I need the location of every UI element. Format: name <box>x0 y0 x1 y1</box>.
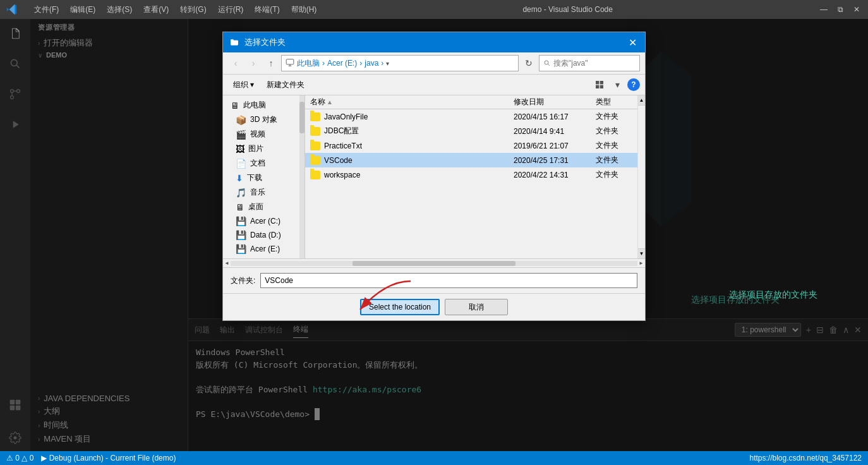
file-date-1: 2020/4/15 16:17 <box>514 112 596 121</box>
organize-button[interactable]: 组织 ▾ <box>228 78 259 92</box>
file-row-5[interactable]: workspace 2020/4/22 14:31 文件夹 <box>305 167 645 182</box>
nav-documents[interactable]: 📄 文档 <box>223 156 304 171</box>
nav-picture[interactable]: 🖼 图片 <box>223 142 304 156</box>
menu-run[interactable]: 运行(R) <box>218 4 244 15</box>
nav-data-d[interactable]: 💾 Data (D:) <box>223 228 304 242</box>
file-label-1: JavaOnlyFile <box>324 112 368 121</box>
menu-bar[interactable]: 文件(F) 编辑(E) 选择(S) 查看(V) 转到(G) 运行(R) 终端(T… <box>6 4 316 15</box>
search-icon <box>543 59 551 67</box>
nav-documents-label: 文档 <box>250 158 265 169</box>
nav-scrollbar[interactable] <box>299 95 304 258</box>
nav-3d[interactable]: 📦 3D 对象 <box>223 112 304 127</box>
up-button[interactable]: ↑ <box>263 56 279 71</box>
menu-terminal[interactable]: 终端(T) <box>255 4 279 15</box>
menu-file[interactable]: 文件(F) <box>34 4 59 15</box>
error-warning-count[interactable]: ⚠ 0 △ 0 <box>6 454 33 462</box>
breadcrumb-dropdown-button[interactable]: ▾ <box>386 60 389 67</box>
dialog-hscroll: ◄ ► <box>223 259 645 268</box>
col-type[interactable]: 类型 <box>596 97 640 107</box>
menu-goto[interactable]: 转到(G) <box>180 4 206 15</box>
search-input[interactable] <box>553 59 636 68</box>
breadcrumb-part-0[interactable]: 此电脑 <box>297 58 320 69</box>
3d-nav-icon: 📦 <box>236 115 246 125</box>
nav-downloads[interactable]: ⬇ 下载 <box>223 171 304 185</box>
file-row-2[interactable]: JDBC配置 2020/4/14 9:41 文件夹 <box>305 124 645 138</box>
file-date-5: 2020/4/22 14:31 <box>514 171 596 179</box>
folder-icon-1 <box>310 112 320 121</box>
file-type-5: 文件夹 <box>596 169 640 180</box>
search-box <box>539 55 640 71</box>
file-row-1[interactable]: JavaOnlyFile 2020/4/15 16:17 文件夹 <box>305 109 645 124</box>
dialog-navbar: ‹ › ↑ 此电脑 › Acer (E:) › java › ▾ ↻ <box>223 52 645 75</box>
file-row-4[interactable]: VSCode 2020/4/25 17:31 文件夹 <box>305 153 645 167</box>
breadcrumb-bar[interactable]: 此电脑 › Acer (E:) › java › ▾ <box>281 55 519 71</box>
file-type-2: 文件夹 <box>596 126 640 136</box>
dialog-titlebar: 选择文件夹 ✕ <box>223 32 645 52</box>
file-name-4: VSCode <box>310 156 514 165</box>
cancel-button[interactable]: 取消 <box>445 299 508 315</box>
forward-button[interactable]: › <box>246 56 261 71</box>
blog-link[interactable]: https://blog.csdn.net/qq_3457122 <box>750 454 862 462</box>
drive-d-icon: 💾 <box>236 230 246 240</box>
computer-icon <box>286 58 294 69</box>
file-scrollbar[interactable]: ▲ ▼ <box>637 95 645 258</box>
status-bar-left: ⚠ 0 △ 0 ▶ Debug (Launch) - Current File … <box>6 454 176 462</box>
file-date-4: 2020/4/25 17:31 <box>514 156 596 165</box>
window-controls[interactable]: — ⧉ ✕ <box>819 4 862 15</box>
nav-acer-c[interactable]: 💾 Acer (C:) <box>223 214 304 228</box>
svg-rect-9 <box>286 59 294 64</box>
drive-c-icon: 💾 <box>236 216 246 226</box>
nav-video[interactable]: 🎬 视频 <box>223 127 304 142</box>
menu-view[interactable]: 查看(V) <box>143 4 169 15</box>
minimize-button[interactable]: — <box>819 4 829 15</box>
hscroll-left-btn[interactable]: ◄ <box>224 260 229 266</box>
col-date[interactable]: 修改日期 <box>514 97 596 107</box>
title-bar: 文件(F) 编辑(E) 选择(S) 查看(V) 转到(G) 运行(R) 终端(T… <box>0 0 868 19</box>
video-nav-icon: 🎬 <box>236 130 246 140</box>
maximize-button[interactable]: ⧉ <box>835 4 845 15</box>
nav-data-d-label: Data (D:) <box>250 231 281 239</box>
svg-rect-15 <box>600 85 603 88</box>
list-view-dropdown[interactable]: ▾ <box>610 77 625 92</box>
nav-computer-label: 此电脑 <box>243 100 266 111</box>
hscroll-right-btn[interactable]: ► <box>639 260 644 266</box>
file-list-header: 名称 ▲ 修改日期 类型 <box>305 95 645 109</box>
nav-acer-e[interactable]: 💾 Acer (E:) <box>223 242 304 256</box>
nav-computer[interactable]: 🖥 此电脑 <box>223 98 304 112</box>
drive-e-icon: 💾 <box>236 244 246 254</box>
scroll-up-btn[interactable]: ▲ <box>638 95 645 106</box>
file-name-3: PracticeTxt <box>310 142 514 150</box>
scroll-down-btn[interactable]: ▼ <box>638 248 645 258</box>
status-bar: ⚠ 0 △ 0 ▶ Debug (Launch) - Current File … <box>0 451 868 465</box>
select-location-button[interactable]: Select the location <box>360 299 440 315</box>
hscroll-track <box>231 261 637 266</box>
status-bar-right: https://blog.csdn.net/qq_3457122 <box>750 454 862 462</box>
file-date-2: 2020/4/14 9:41 <box>514 127 596 136</box>
file-date-3: 2019/6/21 21:07 <box>514 142 596 150</box>
file-label-5: workspace <box>324 171 360 179</box>
file-row-3[interactable]: PracticeTxt 2019/6/21 21:07 文件夹 <box>305 138 645 153</box>
computer-nav-icon: 🖥 <box>231 100 239 111</box>
downloads-nav-icon: ⬇ <box>236 173 243 183</box>
folder-title-icon <box>229 37 239 47</box>
breadcrumb-part-2[interactable]: java <box>365 59 378 68</box>
refresh-button[interactable]: ↻ <box>521 56 536 71</box>
col-name[interactable]: 名称 ▲ <box>310 97 514 107</box>
filename-input[interactable] <box>260 273 637 288</box>
nav-desktop[interactable]: 🖥 桌面 <box>223 200 304 214</box>
new-folder-button[interactable]: 新建文件夹 <box>262 78 310 92</box>
close-button[interactable]: ✕ <box>852 4 862 15</box>
dialog-close-button[interactable]: ✕ <box>626 36 639 49</box>
help-button[interactable]: ? <box>627 78 640 91</box>
debug-info[interactable]: ▶ Debug (Launch) - Current File (demo) <box>41 454 176 462</box>
menu-edit[interactable]: 编辑(E) <box>70 4 95 15</box>
menu-help[interactable]: 帮助(H) <box>291 4 317 15</box>
file-type-3: 文件夹 <box>596 140 640 151</box>
dialog-title: 选择文件夹 <box>229 37 286 48</box>
breadcrumb-part-1[interactable]: Acer (E:) <box>327 59 357 68</box>
back-button[interactable]: ‹ <box>228 56 243 71</box>
menu-select[interactable]: 选择(S) <box>107 4 132 15</box>
view-button[interactable] <box>592 77 607 92</box>
nav-music[interactable]: 🎵 音乐 <box>223 185 304 200</box>
dialog-overlay: 选择文件夹 ✕ ‹ › ↑ 此电脑 › Acer (E:) › java › ▾… <box>0 19 868 451</box>
